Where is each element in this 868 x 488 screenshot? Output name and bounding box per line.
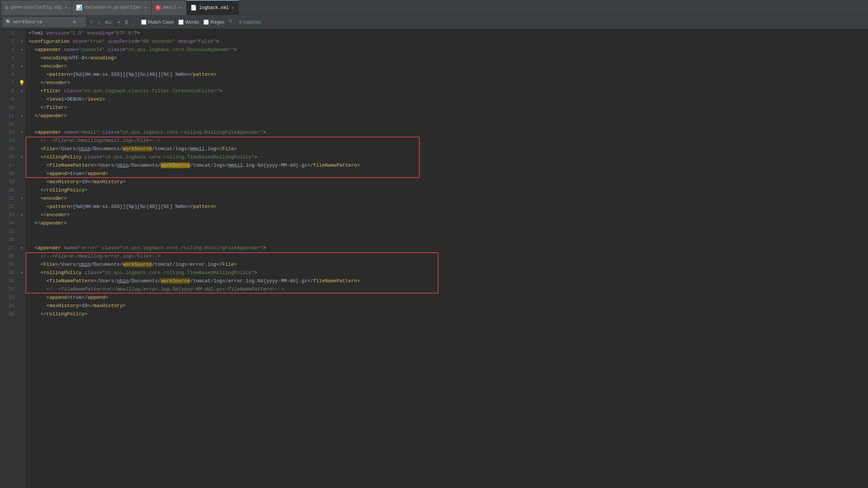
- code-line-4: <encoding>UTF-8</encoding>: [29, 54, 868, 62]
- fold-16[interactable]: ▼: [21, 155, 23, 160]
- line-num-5: 5: [0, 62, 18, 71]
- search-context-button[interactable]: ⇥: [115, 19, 122, 25]
- fold-13[interactable]: ▼: [21, 131, 23, 135]
- fold-21[interactable]: ▼: [21, 197, 23, 201]
- code-line-3: <appender name="console" class="ch.qos.l…: [29, 46, 868, 54]
- bulb-icon-7[interactable]: 💡: [19, 80, 25, 86]
- line-num-18: 18: [0, 170, 18, 178]
- search-filter-icon[interactable]: ⧖: [123, 18, 130, 26]
- code-line-17: <fileNamePattern>/Users/nbin/Documents/w…: [29, 161, 868, 170]
- code-line-25: [29, 227, 868, 236]
- gutter: ▼ ▼ ▼ 💡 ▼ ▼ ▼ ▼ ▼ ▼ ▼ ▼: [18, 29, 26, 488]
- words-option[interactable]: Words: [178, 19, 199, 25]
- code-line-11: </appender>: [29, 112, 868, 120]
- search-prev-button[interactable]: ↑: [88, 18, 95, 26]
- l33-content: <append>true</append>: [47, 294, 108, 302]
- line-num-25: 25: [0, 227, 18, 236]
- gutter-7: 💡: [18, 79, 26, 87]
- l3-content: <appender name="console" class="ch.qos.l…: [35, 46, 237, 54]
- code-line-5: <encoder>: [29, 62, 868, 71]
- gutter-1: [18, 29, 26, 38]
- code-line-31: <fileNamePattern>/Users/nbin/Documents/w…: [29, 277, 868, 285]
- gutter-6: [18, 71, 26, 79]
- l35-content: </rollingPolicy>: [41, 310, 87, 318]
- gutter-35: [18, 310, 26, 318]
- code-line-19: <maxHistory>10</maxHistory>: [29, 178, 868, 186]
- code-line-33: <append>true</append>: [29, 294, 868, 302]
- gutter-34: [18, 302, 26, 310]
- fold-30[interactable]: ▼: [21, 271, 23, 275]
- gutter-2: ▼: [18, 38, 26, 46]
- regex-option[interactable]: Regex: [203, 19, 225, 25]
- l31-content: <fileNamePattern>/Users/nbin/Documents/w…: [47, 277, 360, 285]
- l18-content: <append>true</append>: [47, 170, 108, 178]
- gutter-16: ▼: [18, 153, 26, 161]
- line-num-22: 22: [0, 203, 18, 211]
- tab-logback-close[interactable]: ✕: [231, 5, 235, 11]
- search-input[interactable]: [13, 19, 69, 25]
- tab-mmall-close[interactable]: ✕: [179, 5, 182, 11]
- line-num-6: 6: [0, 71, 18, 79]
- words-checkbox[interactable]: [178, 20, 184, 25]
- line-num-31: 31: [0, 277, 18, 285]
- search-clear-button[interactable]: ✕: [71, 18, 78, 26]
- gutter-17: [18, 161, 26, 170]
- tab-generatorconfig-close[interactable]: ✕: [64, 5, 68, 11]
- words-label: Words: [185, 19, 199, 25]
- gutter-22: [18, 203, 26, 211]
- tab-bar: ⚙ generatorConfig.xml ✕ 📊 datasource.pro…: [0, 0, 868, 15]
- match-case-option[interactable]: Match Case: [141, 19, 174, 25]
- fold-2[interactable]: ▼: [21, 40, 23, 44]
- search-next-button[interactable]: ↓: [95, 18, 102, 26]
- tab-generatorconfig-label: generatorConfig.xml: [11, 5, 62, 10]
- search-bar: 🔍 ✕ ↑ ↓ ALL ⇥ ⧖ Match Case Words Regex ?…: [0, 15, 868, 29]
- line-num-8: 8: [0, 87, 18, 95]
- line-num-21: 21: [0, 194, 18, 203]
- match-case-checkbox[interactable]: [141, 20, 146, 25]
- help-icon[interactable]: ?: [229, 19, 232, 25]
- gutter-30: ▼: [18, 269, 26, 277]
- tab-mmall[interactable]: m mmall ✕: [152, 0, 187, 15]
- l30-content: <rollingPolicy class="ch.qos.logback.cor…: [41, 269, 257, 277]
- code-line-30: <rollingPolicy class="ch.qos.logback.cor…: [29, 269, 868, 277]
- fold-5[interactable]: ▼: [21, 65, 23, 69]
- code-line-7: </encoder>: [29, 79, 868, 87]
- line-num-17: 17: [0, 161, 18, 170]
- code-line-35: </rollingPolicy>: [29, 310, 868, 318]
- tab-datasource-close[interactable]: ✕: [144, 5, 148, 11]
- code-line-13: <appender name="mmall" class="ch.qos.log…: [29, 128, 868, 137]
- fold-8[interactable]: ▼: [21, 89, 23, 93]
- tab-datasource-label: datasource.properties: [84, 5, 141, 10]
- line-numbers: 1 2 3 4 5 6 7 8 9 10 11 12 13 14 15 16 1…: [0, 29, 18, 488]
- line-num-26: 26: [0, 236, 18, 244]
- line-num-3: 3: [0, 46, 18, 54]
- gutter-19: [18, 178, 26, 186]
- tab-mmall-label: mmall: [163, 5, 176, 10]
- line-num-16: 16: [0, 153, 18, 161]
- gutter-23: ▼: [18, 211, 26, 219]
- fold-27[interactable]: ▼: [21, 246, 23, 250]
- line-num-2: 2: [0, 38, 18, 46]
- editor-area: 1 2 3 4 5 6 7 8 9 10 11 12 13 14 15 16 1…: [0, 29, 868, 488]
- fold-23[interactable]: ▼: [21, 213, 23, 217]
- line-num-27: 27: [0, 244, 18, 252]
- gutter-28: [18, 252, 26, 261]
- fold-3[interactable]: ▼: [21, 48, 23, 52]
- l9-content: <level>DEBUG</level>: [47, 95, 105, 104]
- tab-generatorconfig[interactable]: ⚙ generatorConfig.xml ✕: [2, 0, 72, 15]
- search-all-button[interactable]: ALL: [103, 19, 114, 25]
- l32-content: <!--<fileNamePattern>d:/mmalllog/error.l…: [47, 285, 284, 294]
- code-line-9: <level>DEBUG</level>: [29, 95, 868, 104]
- gutter-15: [18, 145, 26, 153]
- l23-content: </encoder>: [41, 211, 70, 219]
- tab-logback[interactable]: 📄 logback.xml ✕: [187, 0, 239, 15]
- code-line-28: <!--<File>d:/mmalllog/error.log</File>--…: [29, 252, 868, 261]
- regex-checkbox[interactable]: [203, 20, 209, 25]
- line-num-35: 35: [0, 310, 18, 318]
- tab-datasource[interactable]: 📊 datasource.properties ✕: [72, 0, 151, 15]
- line-num-29: 29: [0, 261, 18, 269]
- fold-11[interactable]: ▼: [21, 114, 23, 118]
- l22-content: <pattern>[%d{HH:mm:ss.SSS}][%p][%c{40}][…: [47, 203, 217, 211]
- l15-content: <File>/Users/nbin/Documents/workSource/t…: [41, 145, 237, 153]
- code-line-24: </appender>: [29, 219, 868, 227]
